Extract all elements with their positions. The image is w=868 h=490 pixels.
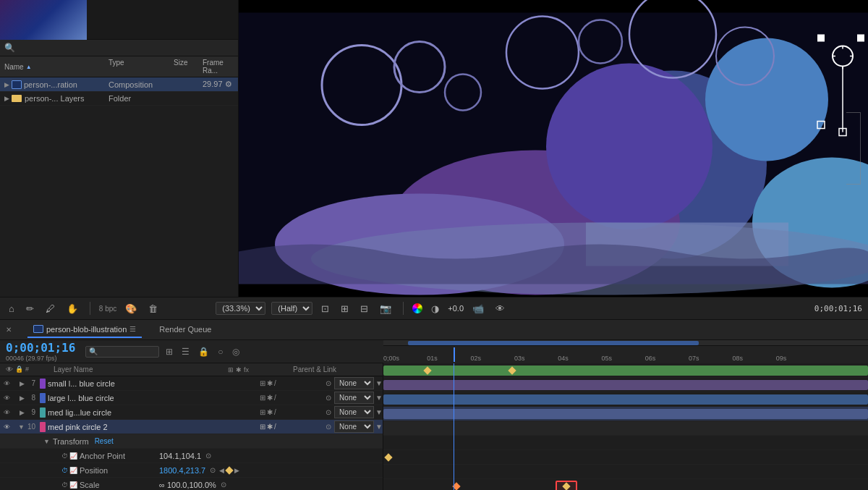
transform-reset-btn[interactable]: Reset bbox=[95, 437, 114, 445]
track-anchor[interactable] bbox=[383, 436, 868, 450]
tab-menu-icon[interactable]: ☰ bbox=[129, 325, 136, 333]
col-size[interactable]: Size bbox=[169, 59, 198, 75]
parent-link-select[interactable]: None bbox=[334, 392, 374, 404]
keyframe-pos[interactable] bbox=[385, 453, 393, 461]
stopwatch-anchor[interactable]: ⏱ bbox=[61, 452, 68, 460]
layer-row[interactable]: 👁 ▶ 9 med lig...lue circle ⊞ ✱ / ⊙ None bbox=[0, 405, 383, 420]
tab-render-queue[interactable]: Render Queue bbox=[153, 322, 217, 338]
tab-composition[interactable]: person-blob-illustration ☰ bbox=[27, 322, 142, 338]
fit-button[interactable]: ⊡ bbox=[318, 302, 332, 316]
stopwatch-position[interactable]: ⏱ bbox=[61, 467, 68, 474]
color-btn[interactable]: 🎨 bbox=[122, 302, 140, 316]
svg-point-2 bbox=[705, 38, 828, 161]
ruler-mark-8: 08s bbox=[732, 355, 743, 362]
track-bar-10 bbox=[383, 409, 868, 419]
layer-color-swatch bbox=[40, 379, 46, 389]
layer-row-selected[interactable]: 👁 ▼ 10 med pink circle 2 ⊞ ✱ / ⊙ None bbox=[0, 420, 383, 434]
layer-row[interactable]: 👁 ▶ 8 large l... blue circle ⊞ ✱ / ⊙ Non… bbox=[0, 391, 383, 405]
tracks-panel[interactable] bbox=[383, 363, 868, 490]
link-icon-position[interactable]: ⊙ bbox=[210, 466, 216, 474]
prop-row-scale: ⏱ 📈 Scale ∞ 100.0,100.0% ⊙ bbox=[0, 478, 383, 490]
layer-name: med pink circle 2 bbox=[48, 423, 258, 431]
highlight-keyframe-box[interactable] bbox=[556, 481, 577, 490]
grid-button[interactable]: ⊞ bbox=[338, 302, 352, 316]
layer-expand[interactable]: ▶ bbox=[17, 380, 25, 387]
track-row-9[interactable] bbox=[383, 392, 868, 407]
quality-select[interactable]: (Half) bbox=[271, 302, 312, 315]
position-value[interactable]: 1800.4,213.7 bbox=[159, 466, 205, 475]
stopwatch-scale[interactable]: ⏱ bbox=[61, 481, 68, 489]
search-bar[interactable]: 🔍 bbox=[0, 40, 238, 56]
parent-link-select[interactable]: None bbox=[334, 377, 374, 389]
camera-button[interactable]: 📷 bbox=[377, 302, 394, 316]
parent-link-select[interactable]: None bbox=[334, 406, 374, 418]
comp-flow-button[interactable]: ⊞ bbox=[163, 345, 175, 358]
search-input[interactable] bbox=[18, 43, 234, 52]
scale-value[interactable]: ∞ 100.0,100.0% bbox=[159, 481, 216, 489]
create-button[interactable]: ✏ bbox=[23, 302, 37, 316]
transparency-button[interactable]: ◑ bbox=[428, 302, 442, 316]
col-name[interactable]: Name ▲ bbox=[0, 59, 104, 75]
hand-button[interactable]: ✋ bbox=[64, 302, 81, 316]
link-icon-anchor[interactable]: ⊙ bbox=[205, 452, 211, 460]
graph-anchor[interactable]: 📈 bbox=[69, 452, 78, 460]
layer-color-swatch bbox=[40, 422, 46, 432]
toggle-button[interactable]: ○ bbox=[216, 345, 225, 358]
eye-toggle[interactable]: 👁 bbox=[4, 409, 10, 416]
link-dropdown-icon[interactable]: ▼ bbox=[375, 379, 383, 387]
track-rotation[interactable] bbox=[383, 479, 868, 490]
layer-collapse[interactable]: ▼ bbox=[17, 423, 25, 431]
layer-expand[interactable]: ▶ bbox=[17, 409, 25, 416]
tabs-bar: ✕ person-blob-illustration ☰ Render Queu… bbox=[0, 320, 868, 340]
solo-button[interactable]: ☰ bbox=[179, 345, 192, 358]
eye-toggle[interactable]: 👁 bbox=[4, 423, 10, 431]
trash-button[interactable]: 🗑 bbox=[145, 302, 161, 316]
safe-zones-button[interactable]: ⊟ bbox=[357, 302, 371, 316]
link-icon-scale[interactable]: ⊙ bbox=[221, 481, 226, 489]
transform-header: ▼ Transform Reset bbox=[0, 434, 383, 449]
zoom-select[interactable]: (33.3%) bbox=[216, 302, 265, 315]
kf-next-position[interactable]: ▶ bbox=[234, 466, 240, 475]
col-type[interactable]: Type bbox=[104, 59, 169, 75]
col-framerate[interactable]: Frame Ra... bbox=[198, 59, 238, 75]
camera2-button[interactable]: 📹 bbox=[469, 302, 487, 316]
keyframe-position bbox=[226, 466, 234, 474]
eye-toggle[interactable]: 👁 bbox=[4, 394, 10, 402]
list-item[interactable]: ▶ person-...ration Composition 29.97 ⚙ bbox=[0, 77, 238, 92]
track-scale[interactable] bbox=[383, 465, 868, 479]
anchor-point-value[interactable]: 104.1,104.1 bbox=[159, 452, 201, 460]
svg-rect-16 bbox=[817, 35, 825, 42]
layer-name: med lig...lue circle bbox=[48, 408, 258, 417]
pencil-button[interactable]: 🖊 bbox=[43, 302, 58, 316]
list-item[interactable]: ▶ person-... Layers Folder bbox=[0, 92, 238, 106]
timeline-ruler[interactable]: 0;00s 01s 02s 03s 04s 05s 06s 07s 08s 09… bbox=[383, 340, 868, 363]
layer-row[interactable]: 👁 ▶ 7 small l... blue circle ⊞ ✱ / ⊙ Non… bbox=[0, 376, 383, 391]
track-row-7[interactable] bbox=[383, 363, 868, 378]
graph-position[interactable]: 📈 bbox=[69, 467, 78, 474]
timeline-search-input[interactable] bbox=[98, 347, 156, 356]
link-dropdown-icon[interactable]: ▼ bbox=[375, 423, 383, 431]
eye-button[interactable]: 👁 bbox=[493, 302, 508, 316]
eye-toggle[interactable]: 👁 bbox=[4, 380, 10, 387]
timeline-timecode[interactable]: 0;00;01;16 bbox=[6, 341, 75, 355]
preview-area bbox=[239, 0, 868, 297]
transform-expand[interactable]: ▼ bbox=[43, 438, 50, 445]
layers-panel: 👁 🔒 # Layer Name ⊞ ✱ fx Parent & Link 👁 bbox=[0, 363, 383, 490]
tab-close-icon[interactable]: ✕ bbox=[6, 326, 12, 334]
home-button[interactable]: ⌂ bbox=[6, 302, 17, 316]
motion-blur-button[interactable]: ◎ bbox=[230, 345, 242, 358]
link-dropdown-icon[interactable]: ▼ bbox=[375, 394, 383, 402]
file-table: ▶ person-...ration Composition 29.97 ⚙ ▶… bbox=[0, 77, 238, 297]
keyframe-inside-box bbox=[562, 482, 570, 490]
graph-scale[interactable]: 📈 bbox=[69, 481, 78, 489]
track-row-10[interactable] bbox=[383, 407, 868, 421]
track-row-8[interactable] bbox=[383, 378, 868, 392]
layer-number: 10 bbox=[25, 423, 38, 431]
lock-button[interactable]: 🔒 bbox=[196, 345, 211, 358]
layer-expand[interactable]: ▶ bbox=[17, 394, 25, 402]
parent-link-select[interactable]: None bbox=[334, 421, 374, 433]
link-icon: ⊙ bbox=[323, 394, 334, 402]
timeline-search[interactable]: 🔍 bbox=[85, 346, 159, 358]
track-position[interactable] bbox=[383, 450, 868, 465]
link-dropdown-icon[interactable]: ▼ bbox=[375, 408, 383, 416]
